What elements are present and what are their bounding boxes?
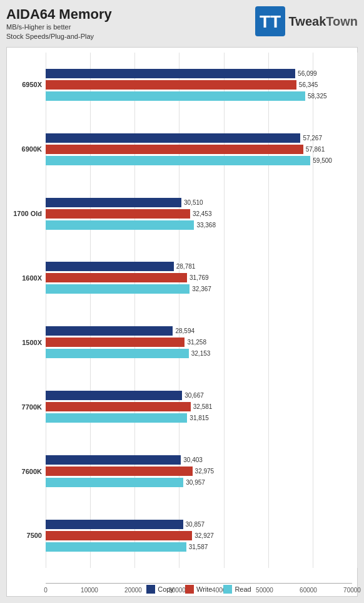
y-labels: 6950X6900K1700 Old1600X1500X7700K7600K75…: [7, 53, 46, 568]
y-label-group: 1500X: [7, 339, 46, 346]
y-label-group: 6950X: [7, 81, 46, 88]
bar-group: 57,26757,86159,500: [46, 133, 357, 166]
bar-copy: [46, 262, 174, 271]
chart-subtitle: MB/s-Higher is better Stock Speeds/Plug-…: [6, 23, 112, 42]
bar-read: [46, 478, 183, 487]
bar-value: 28,594: [175, 327, 195, 334]
bar-value: 31,769: [190, 274, 209, 281]
bar-group: 30,40332,97530,957: [46, 455, 357, 488]
bar-value: 32,927: [195, 532, 214, 539]
bar-read: [46, 284, 190, 294]
grid-line: [313, 53, 313, 568]
legend-item: Copy: [146, 585, 174, 594]
bar-value: 28,781: [176, 263, 196, 270]
bar-value: 56,345: [299, 81, 318, 88]
bar-value: 59,500: [313, 157, 332, 164]
bar-write: [46, 531, 192, 540]
bar-value: 32,581: [193, 403, 213, 410]
legend-color-box: [146, 585, 155, 594]
bar-row: 32,581: [46, 401, 357, 412]
bar-row: 32,975: [46, 466, 357, 477]
legend-color-box: [185, 585, 194, 594]
bar-value: 30,957: [186, 479, 205, 486]
y-label: 7600K: [22, 468, 42, 475]
header-left: AIDA64 Memory MB/s-Higher is better Stoc…: [6, 6, 112, 42]
y-label-group: 7500: [7, 532, 46, 539]
bars-area: 56,09956,34558,32557,26757,86159,50030,5…: [46, 53, 357, 568]
bar-read: [46, 542, 186, 552]
bar-value: 30,403: [183, 456, 203, 463]
bar-copy: [46, 133, 300, 143]
bar-value: 33,368: [196, 222, 216, 229]
legend-item: Read: [223, 585, 251, 594]
legend: CopyWriteRead: [46, 585, 352, 594]
bar-read: [46, 413, 187, 423]
bar-value: 57,861: [306, 146, 325, 153]
legend-item: Write: [185, 585, 212, 594]
bar-write: [46, 273, 187, 282]
bar-row: 30,857: [46, 519, 357, 530]
bar-read: [46, 91, 305, 101]
bar-value: 31,258: [187, 339, 206, 346]
bar-copy: [46, 198, 181, 207]
y-label-group: 7600K: [7, 468, 46, 475]
grid-line: [46, 53, 46, 568]
bar-write: [46, 402, 191, 411]
bar-group: 30,51032,45333,368: [46, 197, 357, 230]
bar-value: 32,975: [195, 468, 215, 475]
bar-value: 57,267: [303, 135, 322, 142]
bar-group: 28,78131,76932,367: [46, 261, 357, 294]
bar-write: [46, 338, 185, 347]
bar-value: 32,453: [193, 210, 212, 217]
bar-row: 30,957: [46, 477, 357, 488]
bar-row: 31,258: [46, 337, 357, 348]
bar-group: 30,85732,92731,587: [46, 519, 357, 552]
bar-value: 56,099: [298, 70, 317, 77]
bar-row: 58,325: [46, 91, 357, 101]
bar-value: 32,153: [191, 350, 211, 357]
bar-row: 31,587: [46, 542, 357, 552]
y-label: 7700K: [22, 403, 42, 411]
bar-row: 33,368: [46, 220, 357, 230]
y-label: 7500: [27, 532, 42, 539]
bar-row: 31,769: [46, 272, 357, 283]
legend-color-box: [223, 585, 232, 594]
bar-row: 31,815: [46, 413, 357, 423]
bar-write: [46, 80, 296, 90]
grid-line: [268, 53, 269, 568]
logo-icon: TT: [255, 6, 285, 36]
bar-row: 56,345: [46, 80, 357, 90]
bar-row: 32,927: [46, 530, 357, 541]
y-label-group: 6900K: [7, 145, 46, 153]
bar-value: 31,815: [190, 415, 209, 421]
bar-value: 58,325: [308, 93, 327, 100]
chart-header: AIDA64 Memory MB/s-Higher is better Stoc…: [6, 6, 358, 42]
bar-copy: [46, 391, 182, 400]
bar-row: 57,267: [46, 133, 357, 143]
bar-copy: [46, 326, 173, 336]
bar-write: [46, 466, 193, 476]
bar-value: 30,857: [186, 521, 205, 528]
legend-label: Copy: [158, 585, 174, 593]
bar-row: 32,367: [46, 284, 357, 294]
y-label-group: 7700K: [7, 403, 46, 411]
bar-group: 56,09956,34558,325: [46, 68, 357, 101]
chart-container: AIDA64 Memory MB/s-Higher is better Stoc…: [0, 0, 364, 603]
grid-line: [357, 53, 358, 568]
bar-value: 30,667: [185, 392, 204, 399]
grid-line: [224, 53, 225, 568]
bar-row: 57,861: [46, 144, 357, 155]
y-label: 6950X: [22, 81, 42, 88]
bar-copy: [46, 520, 183, 529]
bar-row: 28,594: [46, 326, 357, 336]
bar-row: 30,667: [46, 390, 357, 401]
bar-read: [46, 156, 310, 165]
bar-row: 30,403: [46, 455, 357, 465]
chart-area: 6950X6900K1700 Old1600X1500X7700K7600K75…: [6, 47, 358, 597]
bar-value: 30,510: [184, 199, 203, 206]
bar-read: [46, 220, 194, 230]
y-label: 1600X: [22, 274, 42, 282]
bar-value: 31,587: [189, 544, 208, 550]
svg-text:TT: TT: [259, 12, 280, 31]
bar-row: 30,510: [46, 197, 357, 208]
